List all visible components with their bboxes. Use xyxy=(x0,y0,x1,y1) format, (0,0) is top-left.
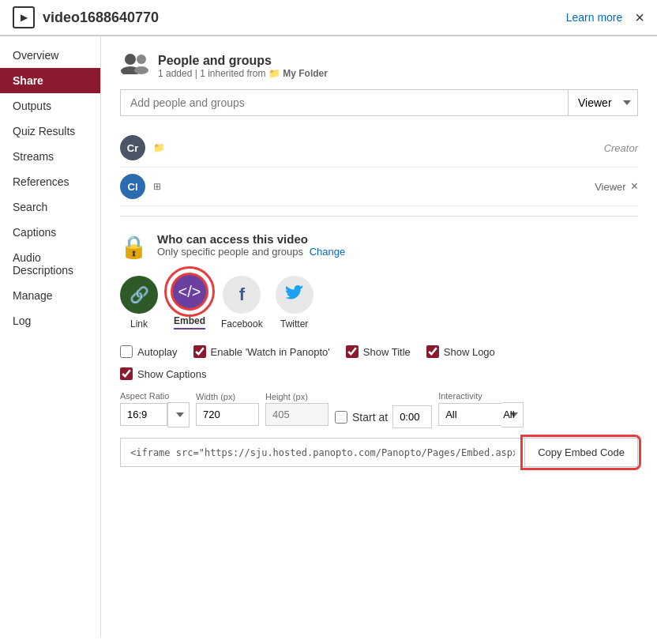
show-captions-checkbox[interactable] xyxy=(120,367,133,380)
width-input[interactable] xyxy=(196,403,259,426)
twitter-icon xyxy=(276,276,313,314)
autoplay-checkbox[interactable] xyxy=(120,345,133,358)
video-title: video1688640770 xyxy=(43,9,159,26)
add-people-row: Viewer Editor Creator xyxy=(120,89,638,116)
content-area: People and groups 1 added | 1 inherited … xyxy=(101,36,657,638)
height-label: Height (px) xyxy=(265,392,328,401)
people-icon xyxy=(120,52,148,80)
header-left: ▶ video1688640770 xyxy=(13,6,159,28)
sidebar-item-log[interactable]: Log xyxy=(0,308,100,333)
main-layout: Overview Share Outputs Quiz Results Stre… xyxy=(0,36,657,638)
aspect-ratio-label: Aspect Ratio xyxy=(120,391,190,401)
facebook-button[interactable]: f Facebook xyxy=(221,276,263,330)
add-people-input[interactable] xyxy=(120,89,568,116)
sidebar-item-captions[interactable]: Captions xyxy=(0,220,100,245)
options-row-1: Autoplay Enable 'Watch in Panopto' Show … xyxy=(120,345,638,358)
access-subtitle: Only specific people and groups Change xyxy=(157,246,345,258)
watch-in-panopto-label: Enable 'Watch in Panopto' xyxy=(211,346,330,358)
sidebar-item-audio-descriptions[interactable]: Audio Descriptions xyxy=(0,245,100,283)
link-icon: 🔗 xyxy=(120,276,158,314)
show-logo-checkbox[interactable] xyxy=(426,345,439,358)
user-left-viewer: Cl ⊞ xyxy=(120,174,161,199)
facebook-icon: f xyxy=(223,276,261,314)
header: ▶ video1688640770 Learn more × xyxy=(0,0,657,36)
watch-in-panopto-checkbox[interactable] xyxy=(193,345,206,358)
avatar-creator: Cr xyxy=(120,135,145,160)
learn-more-link[interactable]: Learn more xyxy=(566,11,623,24)
user-icons-viewer: ⊞ xyxy=(153,181,161,192)
autoplay-option[interactable]: Autoplay xyxy=(120,345,178,358)
sidebar-item-manage[interactable]: Manage xyxy=(0,283,100,308)
svg-point-0 xyxy=(125,54,136,65)
aspect-ratio-select[interactable] xyxy=(167,402,190,427)
width-label: Width (px) xyxy=(196,392,259,401)
start-at-label: Start at xyxy=(352,411,388,424)
avatar-viewer: Cl xyxy=(120,174,145,199)
show-captions-option[interactable]: Show Captions xyxy=(120,367,206,380)
height-input[interactable] xyxy=(265,403,328,426)
header-right: Learn more × xyxy=(566,9,644,27)
svg-point-3 xyxy=(134,66,148,74)
start-at-time-input[interactable] xyxy=(392,405,432,428)
twitter-label: Twitter xyxy=(280,318,308,330)
user-row-creator: Cr 📁 Creator xyxy=(120,129,638,168)
copy-embed-code-button[interactable]: Copy Embed Code xyxy=(524,439,637,466)
viewer-role-label: Viewer xyxy=(595,181,626,193)
people-subtitle: 1 added | 1 inherited from 📁 My Folder xyxy=(158,68,328,79)
play-icon: ▶ xyxy=(13,6,35,28)
sidebar-item-outputs[interactable]: Outputs xyxy=(0,93,100,119)
show-title-checkbox[interactable] xyxy=(346,345,359,358)
viewer-role-row: Viewer × xyxy=(595,179,638,194)
embed-settings: Aspect Ratio Width (px) Height (px) xyxy=(120,390,638,428)
facebook-label: Facebook xyxy=(221,318,263,330)
embed-label: Embed xyxy=(174,315,205,330)
creator-role: Creator xyxy=(604,142,638,154)
people-title: People and groups xyxy=(158,54,328,68)
role-select[interactable]: Viewer Editor Creator xyxy=(568,89,638,116)
link-button[interactable]: 🔗 Link xyxy=(120,276,158,330)
embed-circle-wrapper: </> xyxy=(171,273,208,311)
sidebar-item-quiz-results[interactable]: Quiz Results xyxy=(0,119,100,144)
show-captions-label: Show Captions xyxy=(137,368,206,380)
width-group: Width (px) xyxy=(196,392,259,426)
aspect-ratio-group: Aspect Ratio xyxy=(120,391,190,427)
user-row-viewer: Cl ⊞ Viewer × xyxy=(120,168,638,206)
user-left-creator: Cr 📁 xyxy=(120,135,165,160)
start-at-group: Start at xyxy=(335,390,432,428)
remove-viewer-button[interactable]: × xyxy=(631,179,638,194)
show-logo-option[interactable]: Show Logo xyxy=(426,345,495,358)
aspect-ratio-input[interactable] xyxy=(120,403,167,426)
sidebar-item-streams[interactable]: Streams xyxy=(0,144,100,169)
interactivity-input[interactable] xyxy=(438,403,501,426)
people-section-header: People and groups 1 added | 1 inherited … xyxy=(120,52,638,80)
change-link[interactable]: Change xyxy=(310,246,346,258)
link-label: Link xyxy=(130,318,148,330)
embed-button[interactable]: </> Embed xyxy=(171,273,208,330)
start-at-checkbox[interactable] xyxy=(335,411,347,424)
user-icons-creator: 📁 xyxy=(153,142,165,153)
close-button[interactable]: × xyxy=(635,9,644,27)
autoplay-label: Autoplay xyxy=(137,346,178,358)
interactivity-group: Interactivity All None Search Only xyxy=(438,391,524,427)
embed-icon: </> xyxy=(171,273,208,311)
show-logo-label: Show Logo xyxy=(444,346,495,358)
people-section-info: People and groups 1 added | 1 inherited … xyxy=(158,54,328,79)
sidebar: Overview Share Outputs Quiz Results Stre… xyxy=(0,36,101,638)
embed-code-input[interactable] xyxy=(121,439,524,466)
sidebar-item-search[interactable]: Search xyxy=(0,194,100,220)
access-section: 🔒 Who can access this video Only specifi… xyxy=(120,232,638,467)
options-row-2: Show Captions xyxy=(120,367,638,380)
folder-icon: 📁 xyxy=(153,142,165,153)
watch-in-panopto-option[interactable]: Enable 'Watch in Panopto' xyxy=(193,345,330,358)
twitter-button[interactable]: Twitter xyxy=(276,276,313,330)
show-title-option[interactable]: Show Title xyxy=(346,345,411,358)
folder-icon: 📁 xyxy=(268,68,280,79)
access-info: Who can access this video Only specific … xyxy=(157,232,345,258)
sidebar-item-overview[interactable]: Overview xyxy=(0,43,100,68)
sidebar-item-share[interactable]: Share xyxy=(0,68,100,93)
interactivity-select[interactable]: All None Search Only xyxy=(501,402,524,427)
lock-icon: 🔒 xyxy=(120,234,148,260)
sidebar-item-references[interactable]: References xyxy=(0,169,100,194)
share-buttons: 🔗 Link </> Embed f Facebook xyxy=(120,273,638,330)
svg-point-2 xyxy=(137,55,146,64)
